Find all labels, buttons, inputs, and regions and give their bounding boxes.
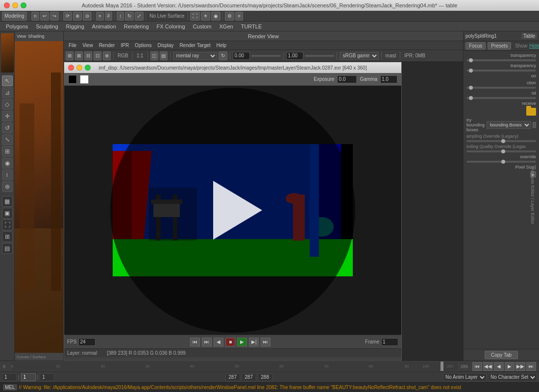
playblast-icon[interactable]: ▣ <box>2 208 13 219</box>
polygons-tab[interactable]: Polygons <box>2 22 32 31</box>
sculpting-tab[interactable]: Sculpting <box>32 22 62 31</box>
graph-icon[interactable]: ⛶ <box>2 220 13 230</box>
playback-start[interactable] <box>40 373 54 381</box>
rv-view[interactable]: View <box>79 41 96 49</box>
play-button[interactable] <box>213 181 262 240</box>
dark-overlay[interactable] <box>110 88 355 333</box>
transport-stop[interactable]: ■ <box>225 338 235 346</box>
imf-max[interactable] <box>85 65 91 71</box>
soft-mod[interactable]: ◉ <box>2 158 13 169</box>
table-tab[interactable]: Table <box>521 33 537 39</box>
tool-btn-3[interactable]: ↪ <box>50 12 59 21</box>
rv-value1[interactable] <box>233 52 250 60</box>
render-btn[interactable]: ◉ <box>211 12 220 21</box>
transport-next[interactable]: ▶| <box>249 338 259 346</box>
dope-icon[interactable]: ⊞ <box>2 231 13 242</box>
ction-slider[interactable] <box>466 87 536 89</box>
black-swatch[interactable] <box>68 75 77 84</box>
rv-icon4[interactable]: ⊡ <box>94 51 101 60</box>
rv-icon1[interactable]: ⊞ <box>66 51 74 60</box>
expand-btn[interactable]: ▶ <box>530 172 536 177</box>
focus-button[interactable]: Focus <box>466 42 486 49</box>
character-set-select[interactable]: No Character Set <box>488 373 537 381</box>
sculpt-tool[interactable]: ≀ <box>2 170 13 180</box>
paint-tool[interactable]: ◇ <box>2 99 13 110</box>
transport-last[interactable]: ⏭ <box>261 338 270 346</box>
rotate-tool[interactable]: ↺ <box>2 122 13 133</box>
bounding-boxes-select[interactable]: bounding Boxes Full None <box>487 121 531 129</box>
sampling-slider[interactable] <box>466 140 536 142</box>
rv-slider[interactable] <box>251 55 281 57</box>
frame-start[interactable] <box>2 373 17 381</box>
rendering-tab[interactable]: Rendering <box>120 22 153 31</box>
fx-coloring-tab[interactable]: FX Coloring <box>153 22 189 31</box>
rv-slider2[interactable] <box>305 55 334 57</box>
bounding-boxes-expand[interactable] <box>533 122 536 128</box>
render-icon[interactable]: ▦ <box>2 196 13 207</box>
universal-tool[interactable]: ⊞ <box>2 146 13 157</box>
transparency-slider[interactable] <box>466 59 536 61</box>
gamma-select[interactable]: sRGB gamma <box>340 52 379 60</box>
rv-icon3[interactable]: ⊟ <box>84 51 92 60</box>
rv-render-target[interactable]: Render Target <box>176 41 213 49</box>
lasso-tool[interactable]: ⊿ <box>2 87 13 98</box>
trax-icon[interactable]: ▤ <box>2 243 13 254</box>
custom-tab[interactable]: Custom <box>189 22 216 31</box>
tool-btn-4[interactable]: ⟳ <box>63 12 72 21</box>
ist-slider[interactable] <box>466 97 536 99</box>
transport-first[interactable]: ⏮ <box>190 338 200 346</box>
bt-first[interactable]: ⏮ <box>472 362 482 371</box>
bt-next[interactable]: ▶▶ <box>515 362 525 371</box>
move-tool[interactable]: ✛ <box>2 111 13 122</box>
tool-btn-2[interactable]: ↩ <box>40 12 49 21</box>
rv-icon7[interactable]: ▤ <box>160 51 168 60</box>
transparency2-slider[interactable] <box>466 70 536 72</box>
transport-back[interactable]: ◀ <box>214 338 223 346</box>
move-btn[interactable]: ↕ <box>117 12 124 21</box>
tool-btn-6[interactable]: ⊖ <box>83 12 92 21</box>
xgen-tab[interactable]: XGen <box>216 22 237 31</box>
transport-play[interactable]: ▶ <box>237 338 247 346</box>
modeling-mode[interactable]: Modeling <box>2 12 27 21</box>
camera-btn[interactable]: ⛶ <box>190 12 200 21</box>
settings-btn[interactable]: ⚙ <box>225 12 234 21</box>
rv-icon2[interactable]: ⊠ <box>75 51 83 60</box>
close-button[interactable] <box>4 2 10 8</box>
renderer-select[interactable]: mental ray <box>173 52 217 60</box>
rigging-tab[interactable]: Rigging <box>62 22 88 31</box>
bt-prev[interactable]: ◀ <box>494 362 504 371</box>
bt-play[interactable]: ▶ <box>505 362 514 371</box>
rv-options[interactable]: Options <box>132 41 154 49</box>
exposure-input[interactable] <box>337 75 357 83</box>
extra-btn[interactable]: ≡ <box>235 12 243 21</box>
rv-render[interactable]: Render <box>96 41 118 49</box>
bt-prev-key[interactable]: ◀◀ <box>483 362 493 371</box>
hide-label[interactable]: Hide <box>529 43 539 49</box>
timeline-playhead[interactable] <box>441 362 443 371</box>
rv-icon5[interactable]: ⊕ <box>103 51 111 60</box>
blending-slider[interactable] <box>466 150 536 152</box>
rv-icon6[interactable]: ◫ <box>150 51 158 60</box>
bt-last[interactable]: ⏭ <box>526 362 536 371</box>
imf-min[interactable] <box>76 65 82 71</box>
light-btn[interactable]: ☀ <box>201 12 210 21</box>
animation-tab[interactable]: Animation <box>88 22 120 31</box>
anim-layer-select[interactable]: No Anim Layer <box>443 373 487 381</box>
transport-prev[interactable]: ⏭ <box>202 338 212 346</box>
scale-tool[interactable]: ⤡ <box>2 134 13 145</box>
scale-btn[interactable]: ⤢ <box>135 12 144 21</box>
rv-display[interactable]: Display <box>155 41 177 49</box>
tool-btn-1[interactable]: ⎋ <box>31 12 39 21</box>
rotate-btn[interactable]: ↻ <box>125 12 134 21</box>
fps-input[interactable] <box>78 338 96 346</box>
frame-current[interactable] <box>21 373 36 381</box>
turtle-tab[interactable]: TURTLE <box>237 22 266 31</box>
timeline-numbers[interactable]: 0 10 20 30 40 50 60 70 80 90 100 285 <box>11 361 459 371</box>
minimize-button[interactable] <box>12 2 18 8</box>
presets-button[interactable]: Presets <box>488 42 511 49</box>
renderer-refresh[interactable]: ↻ <box>219 51 227 60</box>
show-manip[interactable]: ⊛ <box>2 181 13 192</box>
maximize-button[interactable] <box>21 2 26 8</box>
rv-file[interactable]: File <box>66 41 79 49</box>
frame-input[interactable] <box>381 338 398 346</box>
